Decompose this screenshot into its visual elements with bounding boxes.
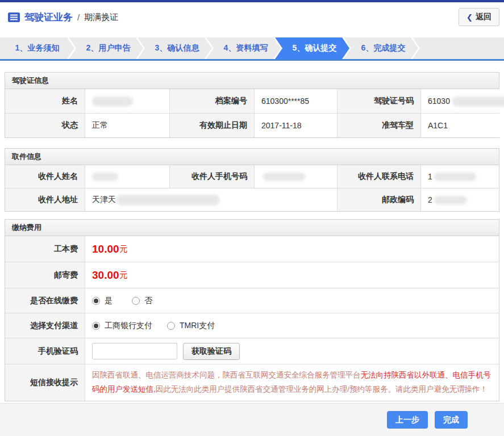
step-tab-1-label: 1、业务须知 [15,43,60,53]
expiry-value: 2017-11-18 [255,114,337,137]
file-no-value: 610300****85 [255,89,337,113]
sms-code-label: 手机验证码 [5,338,85,364]
recipient-address-value: 天津天 [85,188,337,211]
recipient-mobile-value [255,165,337,188]
recipient-phone-prefix: 1 [428,172,432,181]
license-no-prefix: 61030 [428,97,450,106]
breadcrumb-divider: / [77,12,80,22]
radio-checked-icon[interactable] [92,322,100,330]
postcode-value: 2 [421,188,499,211]
recipient-name-value [85,165,169,188]
recipient-phone-redacted [434,173,476,181]
channel-tmri-label: TMRI支付 [180,321,215,331]
step-tab-4-label: 4、资料填写 [224,43,268,53]
step-tab-3[interactable]: 3、确认信息 [138,37,212,59]
postcode-redacted [434,196,467,204]
online-pay-label: 是否在线缴费 [5,288,85,313]
pickup-info-table: 收件人姓名 收件人手机号码 收件人联系电话 1 收件人地址 天津天 邮政编码 2 [5,165,499,212]
license-no-redacted [452,97,504,106]
radio-unchecked-icon[interactable] [132,297,140,305]
step-tabs: 1、业务须知 2、用户申告 3、确认信息 4、资料填写 5、确认提交 6、完成提… [0,37,504,59]
license-no-value: 61030 X [421,89,504,113]
production-fee-value: 10.00 元 [85,236,499,262]
payment-table: 工本费 10.00 元 邮寄费 30.00 元 是否在线缴费 是 [5,236,499,401]
recipient-address-label: 收件人地址 [5,188,85,211]
previous-step-button[interactable]: 上一步 [387,411,428,429]
step-tab-1[interactable]: 1、业务须知 [0,37,74,59]
sms-notice-text: 因陕西省联通、电信运营商技术问题，陕西省互联网交通安全综合服务管理平台无法向持陕… [85,363,499,402]
recipient-mobile-label: 收件人手机号码 [170,165,254,188]
step-tab-5-active[interactable]: 5、确认提交 [275,37,349,59]
get-code-button[interactable]: 获取验证码 [183,343,240,360]
name-label: 姓名 [5,89,85,113]
online-pay-no-label: 否 [144,296,152,306]
status-value: 正常 [85,114,169,137]
payment-section: 缴纳费用 工本费 10.00 元 邮寄费 30.00 元 是否在线缴费 是 [5,219,499,401]
postcode-label: 邮政编码 [338,188,420,211]
breadcrumb-section[interactable]: 驾驶证业务 [24,11,73,24]
status-label: 状态 [5,114,85,137]
step-tab-4[interactable]: 4、资料填写 [206,37,281,59]
list-icon [8,12,20,22]
step-tab-3-label: 3、确认信息 [155,43,199,53]
breadcrumb-current: 期满换证 [84,12,118,23]
step-tab-2-label: 2、用户申告 [86,43,131,53]
pickup-info-title: 取件信息 [5,148,499,165]
license-info-table: 姓名 档案编号 610300****85 驾驶证号码 61030 X 状态 正常… [5,89,499,138]
pay-channel-options: 工商银行支付 TMRI支付 [85,313,499,338]
expiry-label: 有效期止日期 [170,114,254,137]
online-pay-no-option[interactable]: 否 [132,296,152,306]
vehicle-class-value: A1C1 [421,114,504,137]
back-button[interactable]: ❮ 返回 [459,8,499,26]
license-info-section: 驾驶证信息 姓名 档案编号 610300****85 驾驶证号码 61030 X… [5,72,499,138]
recipient-address-prefix: 天津天 [92,195,116,205]
step-tabs-underline [0,59,504,61]
step-tabs-filler [413,37,504,59]
channel-tmri-option[interactable]: TMRI支付 [167,321,215,331]
sms-notice-label: 短信接收提示 [5,364,85,401]
breadcrumb: 驾驶证业务 / 期满换证 [8,11,118,24]
channel-icbc-label: 工商银行支付 [105,321,152,331]
online-pay-yes-option[interactable]: 是 [92,296,113,306]
sms-code-input[interactable] [92,343,177,359]
recipient-address-redacted [117,195,219,206]
footer-action-bar: 上一步 完成 [0,403,504,436]
recipient-name-label: 收件人姓名 [5,165,85,188]
recipient-phone-label: 收件人联系电话 [338,165,420,188]
license-no-label: 驾驶证号码 [338,89,420,113]
postcode-prefix: 2 [428,195,432,204]
postage-fee-label: 邮寄费 [5,262,85,288]
step-tab-5-label: 5、确认提交 [293,43,337,53]
pay-channel-label: 选择支付渠道 [5,313,85,338]
recipient-mobile-redacted [263,173,305,181]
radio-checked-icon[interactable] [92,297,100,305]
recipient-phone-value: 1 [421,165,499,188]
notice-part3: 因此无法向此类用户提供陕西省交通管理业务的网上办理/预约等服务。请此类用户避免无… [156,385,488,393]
vehicle-class-label: 准驾车型 [338,114,420,137]
step-tab-2[interactable]: 2、用户申告 [69,37,143,59]
back-button-label: 返回 [476,12,491,22]
license-info-title: 驾驶证信息 [5,72,499,89]
finish-button[interactable]: 完成 [435,411,468,429]
page: 驾驶证业务 / 期满换证 ❮ 返回 1、业务须知 2、用户申告 3、确认信息 4… [0,0,504,436]
recipient-name-redacted [92,173,118,181]
pickup-info-section: 取件信息 收件人姓名 收件人手机号码 收件人联系电话 1 收件人地址 天津天 邮… [5,148,499,212]
step-tab-6[interactable]: 6、完成提交 [344,37,418,59]
payment-title: 缴纳费用 [5,219,499,236]
postage-fee-amount: 30.00 [92,269,119,282]
chevron-left-icon: ❮ [466,13,473,22]
channel-icbc-option[interactable]: 工商银行支付 [92,321,152,331]
file-no-label: 档案编号 [170,89,254,113]
production-fee-unit: 元 [120,244,128,254]
radio-unchecked-icon[interactable] [167,322,175,330]
name-value [85,89,169,113]
page-header: 驾驶证业务 / 期满换证 ❮ 返回 [0,2,504,32]
online-pay-yes-label: 是 [105,296,113,306]
postage-fee-unit: 元 [120,270,128,280]
sms-code-row: 获取验证码 [85,338,499,364]
postage-fee-value: 30.00 元 [85,262,499,288]
production-fee-label: 工本费 [5,236,85,262]
production-fee-amount: 10.00 [92,243,119,255]
sms-notice-value: 因陕西省联通、电信运营商技术问题，陕西省互联网交通安全综合服务管理平台无法向持陕… [85,364,499,401]
name-value-redacted [92,97,133,106]
